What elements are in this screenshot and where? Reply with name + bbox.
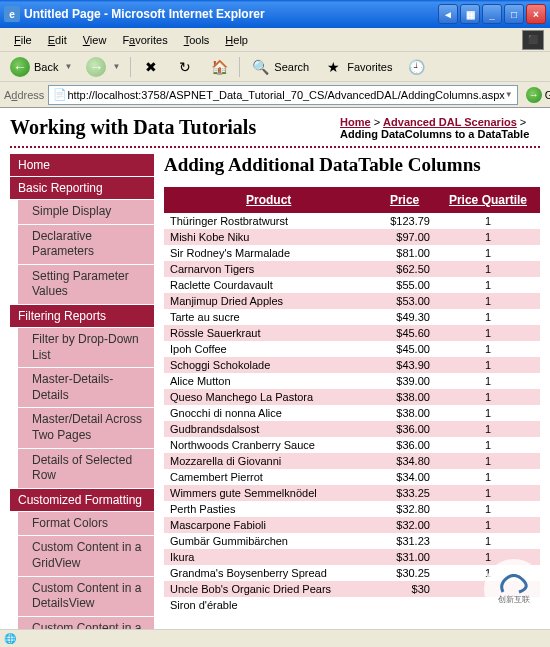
- cell-price: $36.00: [373, 437, 436, 453]
- sidebar-item-home[interactable]: Home: [10, 154, 154, 176]
- cell-quartile: 1: [436, 453, 540, 469]
- chevron-down-icon: ▼: [112, 62, 120, 71]
- sidebar-item-declarative-parameters[interactable]: Declarative Parameters: [10, 225, 154, 264]
- chevron-down-icon: ▼: [505, 90, 513, 99]
- cell-product: Raclette Courdavault: [164, 277, 373, 293]
- cell-quartile: 1: [436, 517, 540, 533]
- cell-price: $30.25: [373, 565, 436, 581]
- sidebar-item-cc-gridview[interactable]: Custom Content in a GridView: [10, 536, 154, 575]
- cell-quartile: 1: [436, 549, 540, 565]
- table-row: Rössle Sauerkraut$45.601: [164, 325, 540, 341]
- menu-edit[interactable]: Edit: [40, 32, 75, 48]
- sidebar-item-cc-formview[interactable]: Custom Content in a FormView: [10, 617, 154, 629]
- breadcrumb-scenarios[interactable]: Advanced DAL Scenarios: [383, 116, 517, 128]
- cell-price: $30: [373, 581, 436, 597]
- back-button[interactable]: ← Back ▼: [4, 54, 78, 80]
- forward-button[interactable]: → ▼: [80, 54, 126, 80]
- table-row: Siron d'érable: [164, 597, 540, 613]
- table-row: Perth Pasties$32.801: [164, 501, 540, 517]
- cell-product: Ipoh Coffee: [164, 341, 373, 357]
- table-row: Grandma's Boysenberry Spread$30.251: [164, 565, 540, 581]
- table-row: Tarte au sucre$49.301: [164, 309, 540, 325]
- table-row: Gnocchi di nonna Alice$38.001: [164, 405, 540, 421]
- ie-icon: e: [4, 6, 20, 22]
- cell-quartile: 1: [436, 309, 540, 325]
- cell-product: Sir Rodney's Marmalade: [164, 245, 373, 261]
- sidebar-item-simple-display[interactable]: Simple Display: [10, 200, 154, 224]
- page-icon: 📄: [53, 88, 67, 101]
- cell-product: Gnocchi di nonna Alice: [164, 405, 373, 421]
- cell-product: Ikura: [164, 549, 373, 565]
- cell-product: Carnarvon Tigers: [164, 261, 373, 277]
- history-icon: 🕘: [406, 57, 426, 77]
- table-row: Wimmers gute Semmelknödel$33.251: [164, 485, 540, 501]
- sidebar-item-master-detail-two-pages[interactable]: Master/Detail Across Two Pages: [10, 408, 154, 447]
- cell-product: Siron d'érable: [164, 597, 373, 613]
- cell-price: $62.50: [373, 261, 436, 277]
- cell-price: $36.00: [373, 421, 436, 437]
- breadcrumb-home[interactable]: Home: [340, 116, 371, 128]
- sidebar-item-setting-parameter-values[interactable]: Setting Parameter Values: [10, 265, 154, 304]
- sidebar-item-format-colors[interactable]: Format Colors: [10, 512, 154, 536]
- table-row: Uncle Bob's Organic Dried Pears$30: [164, 581, 540, 597]
- chevron-down-icon: ▼: [64, 62, 72, 71]
- cell-product: Tarte au sucre: [164, 309, 373, 325]
- col-header-product[interactable]: Product: [164, 187, 373, 213]
- menu-favorites[interactable]: Favorites: [114, 32, 175, 48]
- sidebar-item-basic-reporting[interactable]: Basic Reporting: [10, 177, 154, 199]
- table-row: Thüringer Rostbratwurst$123.791: [164, 213, 540, 229]
- home-button[interactable]: 🏠: [203, 54, 235, 80]
- history-button[interactable]: 🕘: [400, 54, 432, 80]
- cell-quartile: 1: [436, 357, 540, 373]
- cell-price: $38.00: [373, 405, 436, 421]
- refresh-button[interactable]: ↻: [169, 54, 201, 80]
- toolbar-separator: [239, 57, 240, 77]
- cell-quartile: 1: [436, 565, 540, 581]
- cell-product: Thüringer Rostbratwurst: [164, 213, 373, 229]
- table-row: Ikura$31.001: [164, 549, 540, 565]
- breadcrumb-current: Adding DataColumns to a DataTable: [340, 128, 529, 140]
- cell-quartile: 1: [436, 405, 540, 421]
- menu-tools[interactable]: Tools: [176, 32, 218, 48]
- cell-quartile: 1: [436, 325, 540, 341]
- window-title: Untitled Page - Microsoft Internet Explo…: [24, 7, 438, 21]
- star-icon: ★: [323, 57, 343, 77]
- cell-quartile: 1: [436, 533, 540, 549]
- cell-product: Queso Manchego La Pastora: [164, 389, 373, 405]
- favorites-button[interactable]: ★Favorites: [317, 54, 398, 80]
- col-header-quartile[interactable]: Price Quartile: [436, 187, 540, 213]
- sidebar-item-master-details[interactable]: Master-Details-Details: [10, 368, 154, 407]
- extra-button-1[interactable]: ◄: [438, 4, 458, 24]
- sidebar-item-details-selected-row[interactable]: Details of Selected Row: [10, 449, 154, 488]
- cell-product: Alice Mutton: [164, 373, 373, 389]
- close-button[interactable]: ×: [526, 4, 546, 24]
- sidebar-item-cc-detailsview[interactable]: Custom Content in a DetailsView: [10, 577, 154, 616]
- sidebar-item-customized-formatting[interactable]: Customized Formatting: [10, 489, 154, 511]
- search-button[interactable]: 🔍Search: [244, 54, 315, 80]
- table-row: Queso Manchego La Pastora$38.001: [164, 389, 540, 405]
- cell-price: $49.30: [373, 309, 436, 325]
- minimize-button[interactable]: _: [482, 4, 502, 24]
- menu-file[interactable]: File: [6, 32, 40, 48]
- cell-product: Rössle Sauerkraut: [164, 325, 373, 341]
- menu-view[interactable]: View: [75, 32, 115, 48]
- cell-quartile: 1: [436, 261, 540, 277]
- extra-button-2[interactable]: ▦: [460, 4, 480, 24]
- window-controls: ◄ ▦ _ □ ×: [438, 4, 546, 24]
- go-button[interactable]: → Go: [522, 85, 550, 105]
- cell-price: $81.00: [373, 245, 436, 261]
- products-table: Product Price Price Quartile Thüringer R…: [164, 187, 540, 613]
- address-input[interactable]: 📄 http://localhost:3758/ASPNET_Data_Tuto…: [48, 85, 517, 105]
- table-row: Northwoods Cranberry Sauce$36.001: [164, 437, 540, 453]
- stop-button[interactable]: ✖: [135, 54, 167, 80]
- page-header: Working with Data Tutorials Home > Advan…: [10, 116, 540, 148]
- maximize-button[interactable]: □: [504, 4, 524, 24]
- cell-quartile: 1: [436, 341, 540, 357]
- table-row: Raclette Courdavault$55.001: [164, 277, 540, 293]
- sidebar-item-filtering-reports[interactable]: Filtering Reports: [10, 305, 154, 327]
- cell-quartile: 1: [436, 293, 540, 309]
- menu-help[interactable]: Help: [217, 32, 256, 48]
- sidebar-item-filter-dropdown[interactable]: Filter by Drop-Down List: [10, 328, 154, 367]
- refresh-icon: ↻: [175, 57, 195, 77]
- col-header-price[interactable]: Price: [373, 187, 436, 213]
